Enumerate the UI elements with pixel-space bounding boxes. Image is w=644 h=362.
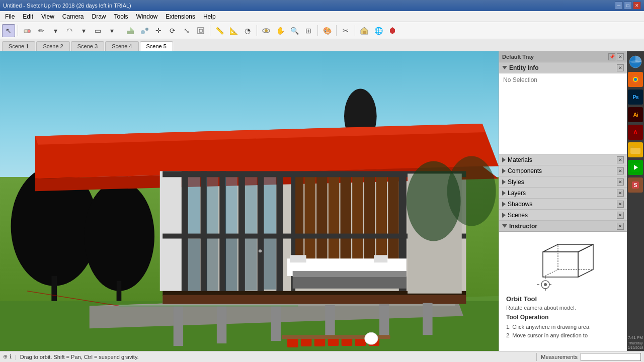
materials-close[interactable]: ✕ (617, 156, 624, 163)
zoom-extents[interactable]: ⊞ (302, 24, 315, 37)
illustrator-icon[interactable]: Ai (628, 107, 643, 122)
shape-tool[interactable]: ▭ (91, 24, 104, 37)
materials-panel[interactable]: Materials ✕ (499, 154, 627, 165)
pencil-tool[interactable]: ✏ (35, 24, 48, 37)
ruby-tool[interactable] (386, 24, 399, 37)
pencil-dropdown[interactable]: ▾ (49, 24, 62, 37)
svg-rect-50 (245, 173, 257, 235)
media-icon[interactable] (628, 160, 643, 175)
svg-marker-88 (578, 244, 593, 277)
svg-rect-51 (264, 173, 276, 234)
pushpull-tool[interactable] (124, 24, 137, 37)
geo-tool[interactable]: 🌐 (372, 24, 385, 37)
svg-marker-89 (543, 244, 593, 252)
menu-file[interactable]: File (1, 12, 19, 21)
scene-tab-5[interactable]: Scene 5 (140, 41, 173, 51)
instructor-section: Instructor ✕ (499, 221, 627, 351)
scene-tab-4[interactable]: Scene 4 (105, 41, 138, 51)
menu-camera[interactable]: Camera (58, 12, 88, 21)
svg-rect-71 (379, 304, 389, 337)
move-tool[interactable]: ✛ (152, 24, 165, 37)
svg-rect-65 (163, 295, 466, 304)
warehouse-tool[interactable] (358, 24, 371, 37)
svg-point-86 (259, 249, 262, 252)
rotate-tool[interactable]: ⟳ (166, 24, 179, 37)
close-button[interactable]: ✕ (633, 2, 641, 10)
sep2 (121, 25, 121, 36)
styles-close[interactable]: ✕ (617, 178, 624, 186)
layers-close[interactable]: ✕ (617, 190, 624, 197)
toolbar: ↖ ✏ ▾ ◠ ▾ ▭ ▾ ✛ ⟳ ⤡ 📏 📐 ◔ ✋ 🔍 ⊞ 🎨 ✂ 🌐 (0, 22, 644, 39)
firefox-icon[interactable] (628, 72, 643, 87)
scene-tab-2[interactable]: Scene 2 (36, 41, 69, 51)
instructor-header[interactable]: Instructor ✕ (499, 221, 627, 232)
main-area: Default Tray 📌 ✕ Entity Info ✕ No Select… (0, 51, 644, 351)
viewport[interactable] (0, 51, 499, 351)
scenes-close[interactable]: ✕ (617, 212, 624, 219)
components-panel[interactable]: Components ✕ (499, 165, 627, 176)
svg-point-81 (365, 332, 378, 344)
dimension-tool[interactable]: 📐 (227, 24, 240, 37)
components-close[interactable]: ✕ (617, 167, 624, 174)
scale-tool[interactable]: ⤡ (180, 24, 193, 37)
zoom-tool[interactable]: 🔍 (288, 24, 301, 37)
shadows-close[interactable]: ✕ (617, 201, 624, 208)
menu-edit[interactable]: Edit (19, 12, 37, 21)
svg-rect-55 (245, 238, 257, 291)
entity-info-header[interactable]: Entity Info ✕ (499, 62, 627, 73)
shadows-label: Shadows (508, 201, 532, 208)
instructor-close[interactable]: ✕ (617, 223, 624, 230)
tray-pin[interactable]: 📌 (608, 53, 615, 60)
sep1 (18, 25, 18, 36)
svg-point-103 (634, 78, 637, 81)
tray-header: Default Tray 📌 ✕ (499, 51, 627, 62)
svg-rect-11 (363, 31, 366, 34)
menu-bar: File Edit View Camera Draw Tools Window … (0, 11, 644, 22)
paint-tool[interactable]: 🎨 (320, 24, 334, 37)
svg-point-83 (447, 156, 496, 226)
folder-icon[interactable] (628, 142, 643, 157)
status-circle-icon: ⊕ (3, 353, 8, 360)
section-tool[interactable]: ✂ (339, 24, 352, 37)
menu-view[interactable]: View (37, 12, 58, 21)
acrobat-icon[interactable]: A (628, 125, 643, 140)
shadows-panel[interactable]: Shadows ✕ (499, 199, 627, 210)
scenes-panel[interactable]: Scenes ✕ (499, 210, 627, 221)
menu-draw[interactable]: Draw (88, 12, 110, 21)
menu-window[interactable]: Window (132, 12, 162, 21)
entity-info-close[interactable]: ✕ (617, 64, 624, 71)
arc-tool[interactable]: ◠ (63, 24, 76, 37)
select-tool[interactable]: ↖ (2, 24, 15, 37)
eraser-tool[interactable] (21, 24, 34, 37)
styles-panel[interactable]: Styles ✕ (499, 176, 627, 188)
plugin-icon[interactable]: S (628, 177, 643, 193)
arc-dropdown[interactable]: ▾ (77, 24, 90, 37)
minimize-button[interactable]: ─ (615, 2, 623, 10)
maximize-button[interactable]: □ (624, 2, 632, 10)
windows-icon[interactable] (627, 53, 644, 70)
protractor-tool[interactable]: ◔ (241, 24, 254, 37)
svg-rect-3 (127, 31, 134, 34)
orbit-tool[interactable] (260, 24, 273, 37)
pan-tool[interactable]: ✋ (274, 24, 287, 37)
offset-tool[interactable] (194, 24, 207, 37)
menu-extensions[interactable]: Extensions (162, 12, 199, 21)
svg-rect-72 (423, 303, 432, 335)
shape-dropdown[interactable]: ▾ (105, 24, 118, 37)
svg-rect-54 (225, 238, 237, 292)
tape-tool[interactable]: 📏 (213, 24, 226, 37)
layers-panel[interactable]: Layers ✕ (499, 188, 627, 199)
photoshop-icon[interactable]: Ps (628, 89, 643, 105)
scene-tab-3[interactable]: Scene 3 (71, 41, 104, 51)
svg-rect-69 (271, 306, 281, 341)
tray-close[interactable]: ✕ (617, 53, 624, 60)
svg-rect-59 (374, 255, 387, 262)
status-bar: ⊕ ℹ | Drag to orbit. Shift = Pan, Ctrl =… (0, 351, 644, 362)
menu-help[interactable]: Help (199, 12, 220, 21)
menu-tools[interactable]: Tools (110, 12, 132, 21)
scene-tab-1[interactable]: Scene 1 (2, 41, 35, 51)
measurements-input[interactable] (581, 353, 641, 361)
app-title: Untitled - SketchUp Pro 2018 (26 days le… (3, 3, 131, 9)
followme-tool[interactable] (138, 24, 151, 37)
svg-rect-49 (225, 172, 237, 235)
